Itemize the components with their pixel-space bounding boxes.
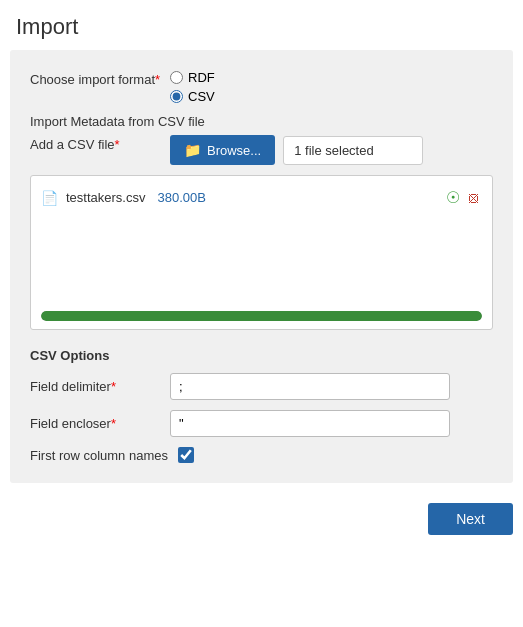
radio-rdf[interactable]: RDF: [170, 70, 215, 85]
file-drop-area: 📄 testtakers.csv 380.00B ☉ ⦻: [30, 175, 493, 330]
next-button[interactable]: Next: [428, 503, 513, 535]
progress-bar-container: [41, 311, 482, 321]
csv-file-label: Add a CSV file*: [30, 135, 170, 152]
remove-file-icon[interactable]: ⦻: [466, 189, 482, 207]
browse-button[interactable]: 📁 Browse...: [170, 135, 275, 165]
file-actions: ☉ ⦻: [446, 188, 482, 207]
field-encloser-label: Field encloser*: [30, 416, 170, 431]
format-row: Choose import format* RDF CSV: [30, 70, 493, 104]
main-content: Choose import format* RDF CSV Import Met…: [10, 50, 513, 483]
footer-row: Next: [0, 503, 523, 545]
field-delimiter-row: Field delimiter*: [30, 373, 493, 400]
field-encloser-input[interactable]: [170, 410, 450, 437]
page-title: Import: [0, 0, 523, 50]
first-row-row: First row column names: [30, 447, 493, 463]
rdf-label: RDF: [188, 70, 215, 85]
field-delimiter-label: Field delimiter*: [30, 379, 170, 394]
field-delimiter-input[interactable]: [170, 373, 450, 400]
check-icon: ☉: [446, 188, 460, 207]
progress-bar-fill: [41, 311, 482, 321]
metadata-section-label: Import Metadata from CSV file: [30, 114, 493, 129]
csv-options-title: CSV Options: [30, 348, 493, 363]
file-item: 📄 testtakers.csv 380.00B ☉ ⦻: [41, 184, 482, 211]
first-row-label: First row column names: [30, 448, 170, 463]
file-icon: 📄: [41, 190, 58, 206]
file-size: 380.00B: [157, 190, 205, 205]
file-selected-text: 1 file selected: [283, 136, 423, 165]
csv-file-row: Add a CSV file* 📁 Browse... 1 file selec…: [30, 135, 493, 165]
rdf-radio[interactable]: [170, 71, 183, 84]
csv-radio[interactable]: [170, 90, 183, 103]
folder-icon: 📁: [184, 142, 201, 158]
file-upload-row: 📁 Browse... 1 file selected: [170, 135, 423, 165]
csv-label: CSV: [188, 89, 215, 104]
radio-csv[interactable]: CSV: [170, 89, 215, 104]
format-label: Choose import format*: [30, 70, 170, 87]
first-row-checkbox[interactable]: [178, 447, 194, 463]
csv-options-section: CSV Options Field delimiter* Field enclo…: [30, 348, 493, 463]
file-name: testtakers.csv: [66, 190, 145, 205]
field-encloser-row: Field encloser*: [30, 410, 493, 437]
format-radio-group: RDF CSV: [170, 70, 215, 104]
progress-bar-track: [41, 311, 482, 321]
